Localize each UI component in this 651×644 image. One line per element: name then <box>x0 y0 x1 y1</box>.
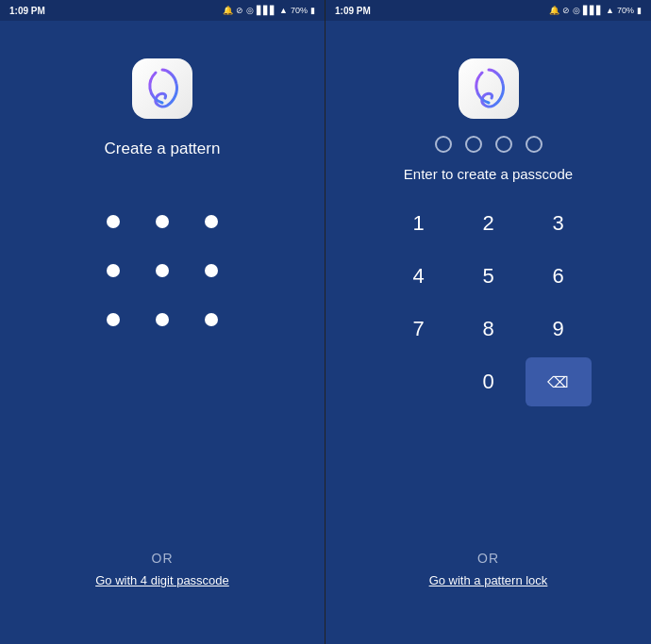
pattern-dot-9[interactable] <box>205 313 218 326</box>
numpad[interactable]: 1 2 3 4 5 6 7 8 9 0 ⌫ <box>386 199 592 406</box>
pattern-dot-3[interactable] <box>205 215 218 228</box>
status-icons-right: 🔔 ⊘ ◎ ▋▋▋ ▲ 70% ▮ <box>549 6 642 15</box>
passcode-dot-4 <box>526 136 542 153</box>
battery-icon-left: ▮ <box>310 6 315 15</box>
status-time-right: 1:09 PM <box>335 6 371 16</box>
alarm-icon-r: 🔔 <box>549 6 559 15</box>
num-btn-7[interactable]: 7 <box>386 305 452 354</box>
battery-text-left: 70% <box>291 6 308 15</box>
battery-text-right: 70% <box>617 6 634 15</box>
pattern-dot-4[interactable] <box>107 264 120 277</box>
pattern-lock-screen: 1:09 PM 🔔 ⊘ ◎ ▋▋▋ ▲ 70% ▮ Create a patte… <box>0 0 326 644</box>
num-btn-6[interactable]: 6 <box>526 252 592 301</box>
pattern-or-section: OR Go with 4 digit passcode <box>0 551 325 587</box>
num-btn-5[interactable]: 5 <box>456 252 522 301</box>
num-btn-4[interactable]: 4 <box>386 252 452 301</box>
passcode-dot-3 <box>495 136 512 153</box>
num-btn-empty <box>386 357 452 406</box>
dnd-icon: ⊘ <box>236 6 243 15</box>
go-with-passcode-link[interactable]: Go with 4 digit passcode <box>95 573 229 587</box>
num-btn-1[interactable]: 1 <box>386 199 452 248</box>
passcode-subtitle: Enter to create a passcode <box>404 166 573 182</box>
num-btn-9[interactable]: 9 <box>526 305 592 354</box>
pattern-dot-6[interactable] <box>205 264 218 277</box>
signal-icon: ▋▋▋ <box>257 6 276 15</box>
pattern-dot-1[interactable] <box>107 215 120 228</box>
pattern-dot-5[interactable] <box>156 264 169 277</box>
status-bar-right: 1:09 PM 🔔 ⊘ ◎ ▋▋▋ ▲ 70% ▮ <box>326 0 651 21</box>
signal-icon-r: ▋▋▋ <box>583 6 603 15</box>
num-btn-8[interactable]: 8 <box>456 305 522 354</box>
status-bar-left: 1:09 PM 🔔 ⊘ ◎ ▋▋▋ ▲ 70% ▮ <box>0 0 325 21</box>
alarm-icon: 🔔 <box>223 6 233 15</box>
passcode-dot-2 <box>465 136 482 153</box>
backspace-button[interactable]: ⌫ <box>526 357 592 406</box>
pattern-screen-title: Create a pattern <box>105 140 221 158</box>
app-logo-right <box>459 58 519 119</box>
app-logo-left <box>132 58 192 119</box>
logo-svg-left <box>139 65 186 112</box>
pattern-or-text: OR <box>152 551 174 566</box>
location-icon: ◎ <box>246 6 254 15</box>
logo-svg-right <box>465 65 512 112</box>
wifi-icon-r: ▲ <box>606 6 614 15</box>
passcode-dot-1 <box>435 136 452 153</box>
passcode-or-section: OR Go with a pattern lock <box>326 551 651 587</box>
pattern-dot-7[interactable] <box>107 313 120 326</box>
passcode-screen: 1:09 PM 🔔 ⊘ ◎ ▋▋▋ ▲ 70% ▮ <box>326 0 651 644</box>
status-icons-left: 🔔 ⊘ ◎ ▋▋▋ ▲ 70% ▮ <box>223 6 315 15</box>
status-time-left: 1:09 PM <box>9 6 45 16</box>
go-with-pattern-link[interactable]: Go with a pattern lock <box>429 573 548 587</box>
wifi-icon: ▲ <box>279 6 288 15</box>
num-btn-2[interactable]: 2 <box>456 199 522 248</box>
passcode-or-text: OR <box>477 551 499 566</box>
dnd-icon-r: ⊘ <box>562 6 570 15</box>
battery-icon-right: ▮ <box>637 6 642 15</box>
passcode-dots-row <box>435 136 542 153</box>
num-btn-0[interactable]: 0 <box>456 357 522 406</box>
pattern-dot-8[interactable] <box>156 313 169 326</box>
location-icon-r: ◎ <box>573 6 580 15</box>
pattern-dot-2[interactable] <box>156 215 169 228</box>
num-btn-3[interactable]: 3 <box>526 199 592 248</box>
pattern-grid[interactable] <box>69 196 256 345</box>
